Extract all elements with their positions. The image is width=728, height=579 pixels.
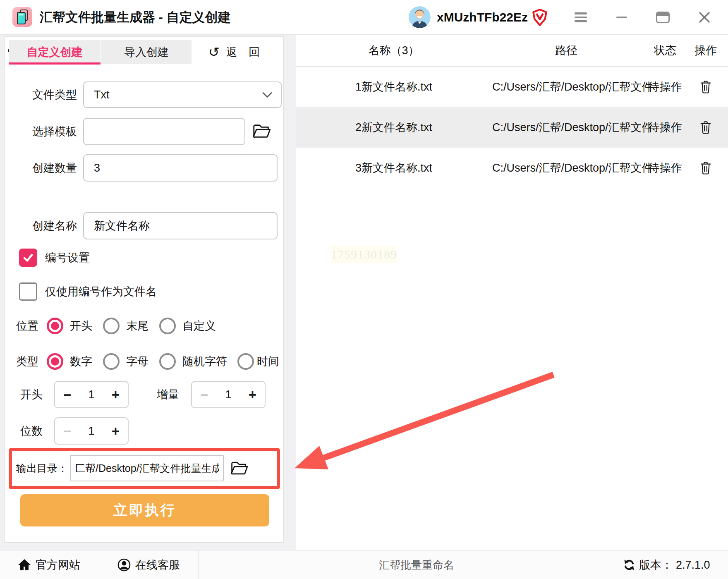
table-row: 3新文件名称.txt C:/Users/汇帮/Desktop/汇帮文件 待操作 <box>296 148 728 188</box>
customer-service-icon <box>117 558 131 572</box>
column-header-name: 名称（3） <box>332 35 456 66</box>
file-path: C:/Users/汇帮/Desktop/汇帮文件 <box>492 148 658 188</box>
table-row: 2新文件名称.txt C:/Users/汇帮/Desktop/汇帮文件 待操作 <box>296 107 728 148</box>
numbering-label: 编号设置 <box>45 249 90 267</box>
minimize-icon <box>616 17 627 19</box>
position-label: 位置 <box>16 318 38 334</box>
refresh-icon <box>623 558 636 572</box>
output-folder-button[interactable] <box>230 458 249 478</box>
online-service-link[interactable]: 在线客服 <box>117 550 180 579</box>
radio-label: 自定义 <box>182 318 216 334</box>
file-name: 2新文件名称.txt <box>332 107 456 148</box>
radio-label: 随机字符 <box>182 353 227 370</box>
type-label: 类型 <box>16 353 38 370</box>
minimize-button[interactable] <box>613 0 631 35</box>
hamburger-icon <box>575 12 587 22</box>
delete-icon[interactable] <box>699 120 712 134</box>
delete-icon[interactable] <box>699 161 712 175</box>
output-dir-input[interactable] <box>70 455 224 481</box>
close-icon <box>698 11 711 24</box>
radio-position-custom[interactable] <box>159 318 176 334</box>
official-site-link[interactable]: 官方网站 <box>17 550 80 579</box>
template-label: 选择模板 <box>15 118 77 145</box>
version-label: 版本： <box>639 557 673 572</box>
back-icon: ↺ <box>208 45 220 59</box>
numbering-checkbox[interactable] <box>19 249 37 267</box>
digits-stepper-label: 位数 <box>20 417 43 445</box>
user-avatar[interactable] <box>409 6 431 28</box>
tab-import-create[interactable]: 导入创建 <box>101 40 192 64</box>
template-input[interactable] <box>83 118 245 145</box>
radio-type-time[interactable] <box>237 353 254 370</box>
file-type-value: Txt <box>94 89 110 101</box>
digits-stepper: − 1 + <box>54 417 129 445</box>
close-button[interactable] <box>695 0 714 35</box>
name-input[interactable] <box>83 212 278 239</box>
radio-label: 字母 <box>126 353 148 370</box>
increment-stepper-label: 增量 <box>157 381 179 408</box>
increment-stepper: − 1 + <box>191 381 266 408</box>
start-stepper-label: 开头 <box>20 381 43 408</box>
check-icon <box>22 251 34 264</box>
delete-icon[interactable] <box>699 80 712 94</box>
tab-label: 导入创建 <box>124 45 169 60</box>
minus-button[interactable]: − <box>63 424 71 438</box>
file-path: C:/Users/汇帮/Desktop/汇帮文件 <box>492 107 658 148</box>
version-info: 版本： 2.7.1.0 <box>623 550 710 579</box>
folder-icon <box>252 122 272 140</box>
start-stepper: − 1 + <box>54 381 129 408</box>
vip-badge-icon <box>532 9 548 26</box>
official-site-label: 官方网站 <box>36 557 80 572</box>
radio-position-start[interactable] <box>47 318 63 334</box>
username[interactable]: xMUzhTFb22Ez <box>437 0 528 35</box>
window-title: 汇帮文件批量生成器 - 自定义创建 <box>40 0 231 35</box>
count-label: 创建数量 <box>15 154 77 182</box>
radio-label: 时间 <box>257 353 279 370</box>
tab-label: 自定义创建 <box>27 45 83 60</box>
back-button[interactable]: ↺ 返 回 <box>192 40 280 64</box>
footer-app-name: 汇帮批量重命名 <box>379 550 454 579</box>
maximize-button[interactable] <box>654 0 672 35</box>
column-header-path: 路径 <box>525 35 608 66</box>
file-name: 1新文件名称.txt <box>332 67 456 107</box>
plus-button[interactable]: + <box>112 424 120 438</box>
maximize-icon <box>656 12 670 23</box>
only-number-checkbox[interactable] <box>19 282 37 301</box>
file-type-label: 文件类型 <box>15 81 77 108</box>
file-path: C:/Users/汇帮/Desktop/汇帮文件 <box>492 67 658 107</box>
file-type-select[interactable]: Txt <box>83 81 282 108</box>
plus-button[interactable]: + <box>112 388 120 402</box>
radio-type-letter[interactable] <box>103 353 120 370</box>
only-number-label: 仅使用编号作为文件名 <box>45 282 157 301</box>
file-name: 3新文件名称.txt <box>332 148 456 188</box>
status-badge: 待操作 <box>644 148 686 188</box>
section-divider <box>5 204 283 204</box>
radio-label: 开头 <box>70 318 92 334</box>
radio-position-end[interactable] <box>103 318 120 334</box>
minus-button[interactable]: − <box>200 388 208 402</box>
titlebar: 汇帮文件批量生成器 - 自定义创建 xMUzhTFb22Ez <box>0 0 728 35</box>
execute-button[interactable]: 立即执行 <box>20 494 269 526</box>
online-service-label: 在线客服 <box>135 557 180 572</box>
plus-button[interactable]: + <box>249 388 256 402</box>
folder-icon <box>230 460 249 476</box>
footer: 官方网站 在线客服 汇帮批量重命名 版本： 2.7.1.0 <box>0 550 728 579</box>
radio-type-random[interactable] <box>159 353 176 370</box>
count-input[interactable] <box>83 154 278 182</box>
column-header-status: 状态 <box>644 35 686 66</box>
minus-button[interactable]: − <box>63 388 71 402</box>
column-header-action: 操作 <box>687 35 725 66</box>
file-table: 名称（3） 路径 状态 操作 1新文件名称.txt C:/Users/汇帮/De… <box>296 35 728 550</box>
start-value: 1 <box>88 388 95 401</box>
increment-value: 1 <box>225 388 232 401</box>
home-icon <box>17 558 31 572</box>
watermark: 1759130189 <box>331 246 397 263</box>
tab-custom-create[interactable]: 自定义创建 <box>9 40 101 64</box>
menu-button[interactable] <box>572 0 590 35</box>
browse-folder-button[interactable] <box>251 120 273 142</box>
table-row: 1新文件名称.txt C:/Users/汇帮/Desktop/汇帮文件 待操作 <box>296 67 728 107</box>
back-label: 返 回 <box>226 45 264 60</box>
app-logo-icon <box>12 7 32 27</box>
name-label: 创建名称 <box>15 212 77 239</box>
radio-type-number[interactable] <box>47 353 63 370</box>
